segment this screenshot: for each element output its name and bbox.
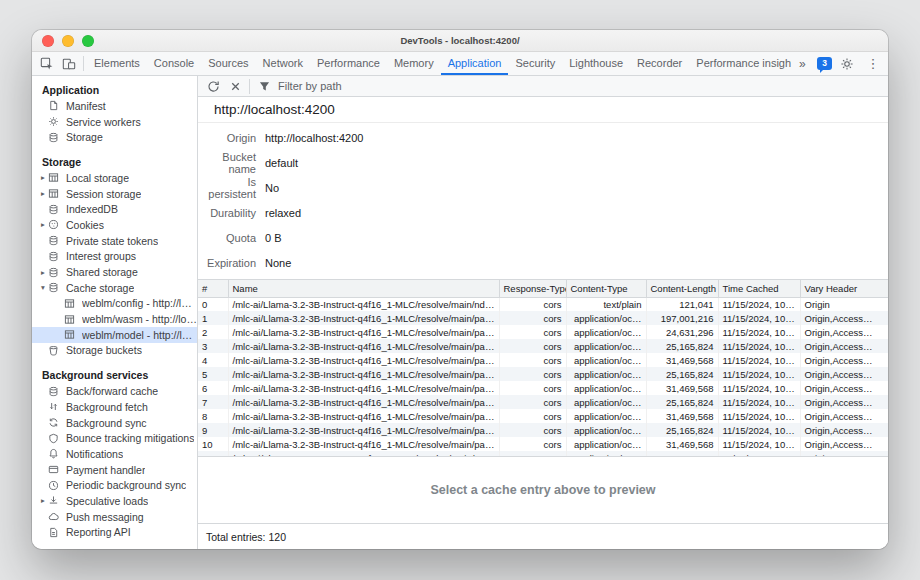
cache-origin-title: http://localhost:4200 [198, 97, 888, 123]
cache-entry-row-0[interactable]: 0/mlc-ai/Llama-3.2-3B-Instruct-q4f16_1-M… [198, 297, 888, 311]
sidebar-item-cookies[interactable]: ▸Cookies [32, 217, 197, 233]
settings-gear-icon[interactable] [836, 54, 858, 74]
metadata-label: Durability [198, 207, 256, 219]
column-header-content-length[interactable]: Content-Length [646, 280, 718, 297]
cell-response-type: cors [499, 311, 566, 325]
shield-icon [48, 433, 62, 444]
sidebar-item-speculative-loads[interactable]: ▸Speculative loads [32, 493, 197, 509]
sync-icon [48, 417, 62, 428]
tab-console[interactable]: Console [147, 52, 201, 75]
expander-collapsed-icon[interactable]: ▸ [38, 268, 48, 277]
sidebar-item-weblm-config-http-loc[interactable]: weblm/config - http://loc… [32, 296, 197, 312]
sidebar-item-service-workers[interactable]: Service workers [32, 114, 197, 130]
cache-entry-row-9[interactable]: 9/mlc-ai/Llama-3.2-3B-Instruct-q4f16_1-M… [198, 423, 888, 437]
sidebar-item-indexeddb[interactable]: IndexedDB [32, 201, 197, 217]
tab-elements[interactable]: Elements [87, 52, 147, 75]
tab-network[interactable]: Network [256, 52, 310, 75]
refresh-icon[interactable] [202, 76, 224, 96]
expander-collapsed-icon[interactable]: ▸ [38, 173, 48, 182]
column-header-name[interactable]: Name [228, 280, 499, 297]
sidebar-item-label: Back/forward cache [66, 385, 158, 397]
device-toolbar-icon[interactable] [58, 54, 80, 74]
sidebar-item-storage[interactable]: Storage [32, 129, 197, 145]
cache-entry-row-10[interactable]: 10/mlc-ai/Llama-3.2-3B-Instruct-q4f16_1-… [198, 437, 888, 451]
delete-selected-icon[interactable] [224, 76, 246, 96]
cell-content-type: application/oc… [566, 311, 646, 325]
cell-content-length: 25,165,824 [646, 367, 718, 381]
cache-entry-row-5[interactable]: 5/mlc-ai/Llama-3.2-3B-Instruct-q4f16_1-M… [198, 367, 888, 381]
sidebar-item-push-messaging[interactable]: Push messaging [32, 509, 197, 525]
tab-recorder[interactable]: Recorder [630, 52, 689, 75]
minimize-window-button[interactable] [62, 35, 74, 47]
zoom-window-button[interactable] [82, 35, 94, 47]
cell-vary-header: Origin,Access… [800, 409, 888, 423]
sidebar-item-interest-groups[interactable]: Interest groups [32, 249, 197, 265]
cache-entry-row-8[interactable]: 8/mlc-ai/Llama-3.2-3B-Instruct-q4f16_1-M… [198, 409, 888, 423]
sidebar-item-session-storage[interactable]: ▸Session storage [32, 186, 197, 202]
sidebar-item-weblm-wasm-http-loca[interactable]: weblm/wasm - http://loca… [32, 311, 197, 327]
cell-num: 5 [198, 367, 228, 381]
cache-entry-row-6[interactable]: 6/mlc-ai/Llama-3.2-3B-Instruct-q4f16_1-M… [198, 381, 888, 395]
bucket-icon [48, 345, 62, 356]
cache-entry-row-7[interactable]: 7/mlc-ai/Llama-3.2-3B-Instruct-q4f16_1-M… [198, 395, 888, 409]
metadata-row-origin: Originhttp://localhost:4200 [198, 125, 888, 150]
cell-vary-header: Origin,Access… [800, 395, 888, 409]
tab-performance[interactable]: Performance [310, 52, 387, 75]
column-header-vary-header[interactable]: Vary Header [800, 280, 888, 297]
sidebar-item-background-fetch[interactable]: Background fetch [32, 399, 197, 415]
sidebar-item-bounce-tracking-mitigations[interactable]: Bounce tracking mitigations [32, 430, 197, 446]
filter-by-path-input[interactable]: Filter by path [278, 80, 342, 92]
filter-funnel-icon[interactable] [253, 76, 275, 96]
cell-content-length: 31,469,568 [646, 437, 718, 451]
column-header-content-type[interactable]: Content-Type [566, 280, 646, 297]
tab-performance-insights[interactable]: Performance insights [689, 52, 791, 75]
sidebar-item-private-state-tokens[interactable]: Private state tokens [32, 233, 197, 249]
more-options-icon[interactable]: ⋮ [862, 54, 884, 74]
cell-content-length: 31,469,568 [646, 409, 718, 423]
cache-entry-row-3[interactable]: 3/mlc-ai/Llama-3.2-3B-Instruct-q4f16_1-M… [198, 339, 888, 353]
table-icon [48, 188, 62, 199]
cell-num: 10 [198, 437, 228, 451]
sidebar-item-reporting-api[interactable]: Reporting API [32, 525, 197, 541]
column-header-time-cached[interactable]: Time Cached [718, 280, 800, 297]
sidebar-item-shared-storage[interactable]: ▸Shared storage [32, 264, 197, 280]
cache-entry-row-2[interactable]: 2/mlc-ai/Llama-3.2-3B-Instruct-q4f16_1-M… [198, 325, 888, 339]
sidebar-item-label: weblm/wasm - http://loca… [82, 313, 197, 325]
cell-vary-header: Origin [800, 297, 888, 311]
column-header-num[interactable]: # [198, 280, 228, 297]
expander-collapsed-icon[interactable]: ▸ [38, 189, 48, 198]
tab-memory[interactable]: Memory [387, 52, 441, 75]
sidebar-item-background-sync[interactable]: Background sync [32, 415, 197, 431]
fetch-icon [48, 401, 62, 412]
sidebar-item-periodic-background-sync[interactable]: Periodic background sync [32, 477, 197, 493]
inspect-element-icon[interactable] [36, 54, 58, 74]
titlebar[interactable]: DevTools - localhost:4200/ [32, 30, 888, 52]
sidebar-item-storage-buckets[interactable]: Storage buckets [32, 343, 197, 359]
sidebar-item-manifest[interactable]: Manifest [32, 98, 197, 114]
cache-entry-row-1[interactable]: 1/mlc-ai/Llama-3.2-3B-Instruct-q4f16_1-M… [198, 311, 888, 325]
cell-time-cached: 11/15/2024, 10… [718, 395, 800, 409]
more-tabs-button[interactable]: » [791, 54, 813, 74]
expander-collapsed-icon[interactable]: ▸ [38, 220, 48, 229]
tab-sources[interactable]: Sources [201, 52, 255, 75]
database-icon [48, 386, 62, 397]
sidebar-item-cache-storage[interactable]: ▾Cache storage [32, 280, 197, 296]
cache-entry-row-4[interactable]: 4/mlc-ai/Llama-3.2-3B-Instruct-q4f16_1-M… [198, 353, 888, 367]
expander-expanded-icon[interactable]: ▾ [38, 283, 48, 292]
devtools-window: DevTools - localhost:4200/ ElementsConso… [32, 30, 888, 549]
cell-num: 6 [198, 381, 228, 395]
sidebar-item-weblm-model-http-loc[interactable]: weblm/model - http://loc… [32, 327, 197, 343]
sidebar-item-local-storage[interactable]: ▸Local storage [32, 170, 197, 186]
tab-application[interactable]: Application [441, 52, 509, 75]
tab-lighthouse[interactable]: Lighthouse [562, 52, 630, 75]
sidebar-item-notifications[interactable]: Notifications [32, 446, 197, 462]
console-message-count-badge[interactable]: 3 [817, 57, 832, 70]
expander-collapsed-icon[interactable]: ▸ [38, 496, 48, 505]
sidebar-item-payment-handler[interactable]: Payment handler [32, 462, 197, 478]
sidebar-item-back-forward-cache[interactable]: Back/forward cache [32, 383, 197, 399]
cell-num: 8 [198, 409, 228, 423]
tab-security[interactable]: Security [508, 52, 562, 75]
cell-time-cached: 11/15/2024, 10… [718, 409, 800, 423]
close-window-button[interactable] [42, 35, 54, 47]
column-header-response-type[interactable]: Response-Type [499, 280, 566, 297]
